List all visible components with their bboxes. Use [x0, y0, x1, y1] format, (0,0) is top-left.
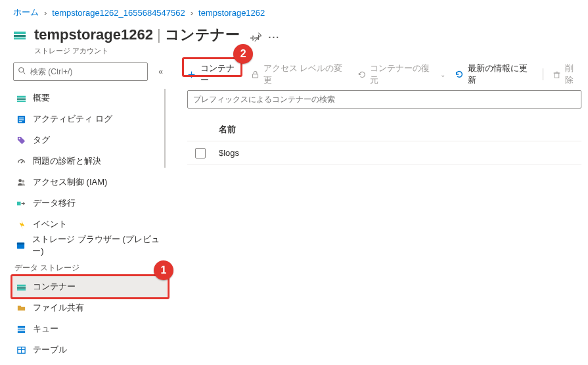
- sidebar-item-label: イベント: [33, 218, 67, 230]
- page-title: tempstorage1262 | コンテナー ···: [34, 25, 280, 45]
- svg-rect-23: [17, 326, 24, 328]
- annotation-badge-2: 2: [233, 44, 253, 64]
- restore-container-button[interactable]: コンテナーの復元 ⌄: [357, 62, 445, 86]
- svg-rect-25: [17, 331, 24, 333]
- sidebar-item-events[interactable]: イベント: [13, 214, 167, 235]
- svg-rect-5: [16, 95, 25, 97]
- svg-point-12: [18, 137, 20, 139]
- sidebar-item-tags[interactable]: タグ: [13, 130, 167, 151]
- sidebar-item-data-migration[interactable]: データ移行: [13, 193, 167, 214]
- sidebar-item-label: アクティビティ ログ: [33, 113, 112, 125]
- title-resource-name: tempstorage1262: [34, 26, 153, 43]
- filter-box[interactable]: [187, 90, 581, 109]
- sidebar-item-storage-browser[interactable]: ストレージ ブラウザー (プレビュー): [13, 235, 167, 256]
- table-row[interactable]: $logs: [187, 141, 581, 165]
- svg-line-14: [21, 160, 23, 162]
- scrollbar[interactable]: [164, 89, 166, 168]
- svg-point-16: [22, 180, 24, 182]
- more-icon[interactable]: ···: [269, 32, 281, 43]
- queue-icon: [16, 324, 26, 334]
- sidebar-item-label: アクセス制御 (IAM): [33, 176, 107, 188]
- svg-rect-6: [16, 98, 25, 99]
- row-checkbox[interactable]: [195, 148, 206, 158]
- refresh-label: 最新の情報に更新: [468, 62, 533, 86]
- svg-rect-22: [16, 289, 25, 290]
- svg-rect-7: [16, 100, 25, 101]
- column-name[interactable]: 名前: [214, 124, 581, 135]
- toolbar: コンテナー 2 アクセス レベルの変更 コンテナーの復元 ⌄ 最新の情報に更新: [187, 62, 581, 86]
- table-header: 名前: [187, 118, 581, 141]
- sidebar-section-data-storage: データ ストレージ: [14, 262, 167, 274]
- trash-icon: [553, 70, 561, 79]
- breadcrumb-home[interactable]: ホーム: [13, 7, 39, 18]
- chevron-down-icon: ⌄: [440, 71, 445, 78]
- svg-rect-11: [18, 121, 22, 122]
- svg-rect-2: [14, 37, 26, 39]
- search-icon: [18, 66, 26, 77]
- svg-rect-24: [17, 328, 24, 330]
- svg-rect-9: [18, 117, 24, 118]
- sidebar-item-tables[interactable]: テーブル: [13, 339, 167, 360]
- restore-label: コンテナーの復元: [370, 62, 436, 86]
- svg-rect-21: [16, 287, 25, 288]
- svg-line-4: [23, 72, 25, 74]
- table-icon: [16, 345, 26, 355]
- sidebar-item-label: キュー: [33, 323, 58, 335]
- row-name[interactable]: $logs: [214, 148, 581, 158]
- svg-rect-1: [14, 35, 26, 37]
- add-container-button[interactable]: コンテナー: [187, 62, 241, 86]
- main-panel: コンテナー 2 アクセス レベルの変更 コンテナーの復元 ⌄ 最新の情報に更新: [168, 62, 588, 365]
- undo-icon: [357, 70, 366, 79]
- title-separator: |: [157, 26, 161, 43]
- svg-rect-10: [18, 119, 24, 120]
- filter-input[interactable]: [193, 95, 576, 104]
- sidebar-item-label: 問題の診断と解決: [33, 155, 101, 167]
- sidebar-item-iam[interactable]: アクセス制御 (IAM): [13, 172, 167, 193]
- sidebar-item-label: ファイル共有: [33, 302, 84, 314]
- change-access-level-button[interactable]: アクセス レベルの変更: [250, 62, 348, 86]
- diagnose-icon: [16, 156, 26, 166]
- refresh-button[interactable]: 最新の情報に更新: [455, 62, 533, 86]
- svg-point-3: [19, 68, 24, 72]
- collapse-sidebar-icon[interactable]: «: [154, 64, 167, 79]
- migrate-icon: [16, 198, 26, 208]
- svg-rect-0: [14, 32, 26, 34]
- toolbar-separator: [543, 68, 543, 80]
- sidebar-item-label: タグ: [33, 134, 50, 146]
- iam-icon: [16, 177, 26, 187]
- sidebar-item-diagnose[interactable]: 問題の診断と解決: [13, 151, 167, 172]
- pin-icon[interactable]: [250, 32, 262, 43]
- annotation-badge-1: 1: [154, 260, 173, 280]
- event-icon: [16, 219, 26, 230]
- sidebar-item-label: データ移行: [33, 197, 76, 209]
- breadcrumb-resource[interactable]: tempstorage1262: [198, 8, 265, 18]
- containers-table: 名前 $logs: [187, 118, 581, 165]
- title-blade-name: コンテナー: [165, 25, 240, 45]
- sidebar-item-overview[interactable]: 概要: [13, 87, 167, 109]
- breadcrumb-rg[interactable]: tempstorage1262_1655684547562: [52, 8, 185, 18]
- storage-account-icon: [13, 29, 26, 42]
- container-icon: [16, 281, 26, 292]
- sidebar-item-activity-log[interactable]: アクティビティ ログ: [13, 109, 167, 130]
- activity-log-icon: [16, 114, 26, 124]
- chevron-right-icon: ›: [191, 8, 193, 18]
- sidebar: « 概要 アクティビティ ログ タグ 問題の診断と解決 アクセス制御 (IAM)…: [0, 62, 168, 365]
- sidebar-item-containers[interactable]: コンテナー: [13, 276, 167, 297]
- svg-point-15: [18, 179, 22, 182]
- chevron-right-icon: ›: [44, 8, 47, 18]
- sidebar-item-label: テーブル: [33, 344, 67, 356]
- sidebar-item-file-shares[interactable]: ファイル共有: [13, 297, 167, 318]
- svg-rect-17: [16, 201, 20, 205]
- svg-rect-20: [16, 284, 25, 286]
- sidebar-search-input[interactable]: [30, 67, 143, 76]
- sidebar-item-queues[interactable]: キュー: [13, 318, 167, 339]
- add-container-label: コンテナー: [200, 62, 242, 86]
- sidebar-item-label: 概要: [33, 92, 50, 104]
- sidebar-search[interactable]: [13, 62, 148, 81]
- storage-browser-icon: [16, 240, 26, 251]
- tag-icon: [16, 135, 26, 145]
- fileshare-icon: [16, 303, 26, 313]
- svg-rect-19: [17, 242, 24, 244]
- breadcrumb: ホーム › tempstorage1262_1655684547562 › te…: [0, 0, 588, 22]
- delete-button[interactable]: 削除: [553, 62, 582, 86]
